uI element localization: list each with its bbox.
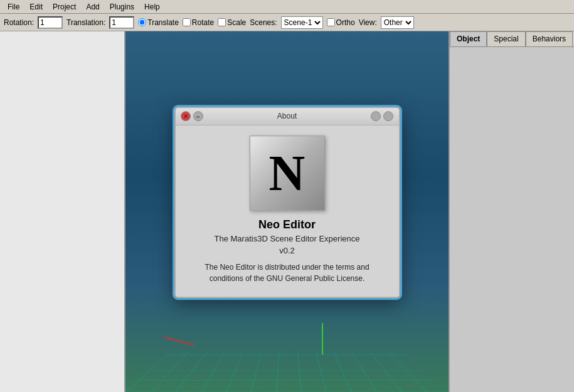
rotate-wrap: Rotate: [183, 18, 214, 27]
translation-input[interactable]: [109, 16, 134, 29]
rotate-label[interactable]: Rotate: [192, 18, 214, 27]
axis-green: [322, 323, 323, 354]
menu-edit[interactable]: Edit: [24, 1, 48, 13]
right-panel: Object Special Behaviors: [449, 31, 574, 392]
ortho-wrap: Ortho: [327, 18, 355, 27]
toolbar: Rotation: Translation: Translate Rotate …: [0, 14, 574, 31]
minimize-button[interactable]: –: [193, 111, 203, 121]
ortho-checkbox[interactable]: [327, 18, 335, 26]
ortho-label[interactable]: Ortho: [336, 18, 355, 27]
about-dialog: ✕ – About N Neo Editor The Maratis3D Sce…: [174, 107, 400, 298]
view-select[interactable]: Other: [381, 16, 414, 29]
scale-wrap: Scale: [218, 18, 246, 27]
right-tabs: Object Special Behaviors: [450, 31, 574, 47]
about-logo: N: [250, 135, 325, 211]
right-content: [450, 47, 574, 392]
about-title: About: [277, 112, 297, 120]
menu-add[interactable]: Add: [81, 1, 104, 13]
close-button[interactable]: ✕: [181, 111, 191, 121]
scale-checkbox[interactable]: [218, 18, 226, 26]
collapse-button[interactable]: [371, 111, 381, 121]
translate-radio[interactable]: [138, 18, 146, 26]
app-license: The Neo Editor is distributed under the …: [191, 262, 384, 284]
rotate-checkbox[interactable]: [183, 18, 191, 26]
app-version: v0.2: [279, 246, 295, 255]
about-body: N Neo Editor The Maratis3D Scene Editor …: [176, 125, 399, 297]
main-area: ✕ – About N Neo Editor The Maratis3D Sce…: [0, 31, 574, 392]
logo-letter: N: [269, 148, 306, 198]
view-label: View:: [359, 18, 377, 27]
translate-label[interactable]: Translate: [147, 18, 179, 27]
menu-plugins[interactable]: Plugins: [105, 1, 139, 13]
rotation-input[interactable]: [38, 16, 63, 29]
menu-help[interactable]: Help: [139, 1, 165, 13]
left-panel: [0, 31, 125, 392]
about-titlebar: ✕ – About: [176, 108, 399, 125]
expand-button[interactable]: [383, 111, 393, 121]
scenes-select[interactable]: Scene-1: [281, 16, 323, 29]
viewport[interactable]: ✕ – About N Neo Editor The Maratis3D Sce…: [125, 31, 449, 392]
menu-bar: File Edit Project Add Plugins Help: [0, 0, 574, 14]
app-name: Neo Editor: [258, 218, 316, 231]
menu-file[interactable]: File: [3, 1, 24, 13]
app-tagline: The Maratis3D Scene Editor Experience: [215, 234, 360, 243]
rotation-label: Rotation:: [4, 18, 34, 27]
axis-red: [164, 337, 194, 346]
translation-label: Translation:: [66, 18, 105, 27]
translate-wrap: Translate: [138, 18, 179, 27]
tab-object[interactable]: Object: [450, 31, 487, 46]
tab-special[interactable]: Special: [487, 31, 525, 46]
menu-project[interactable]: Project: [48, 1, 81, 13]
tab-behaviors[interactable]: Behaviors: [526, 31, 573, 46]
scale-label[interactable]: Scale: [227, 18, 246, 27]
titlebar-right-buttons: [371, 111, 393, 121]
titlebar-left-buttons: ✕ –: [181, 111, 203, 121]
scenes-label: Scenes:: [250, 18, 277, 27]
